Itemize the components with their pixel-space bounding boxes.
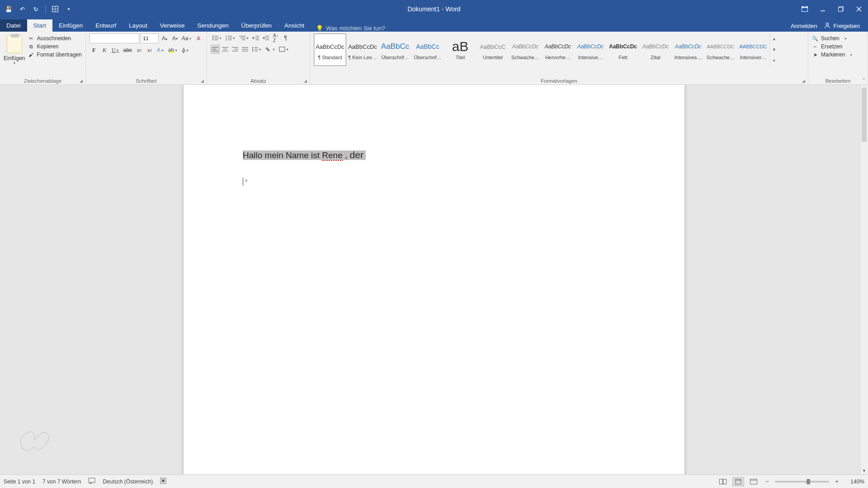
web-layout-icon[interactable] — [748, 477, 760, 486]
font-dialog-launcher-icon[interactable]: ◢ — [199, 78, 205, 84]
style-2[interactable]: AaBbCcÜberschrif… — [379, 33, 411, 66]
decrease-indent-button[interactable] — [251, 33, 260, 42]
show-marks-button[interactable]: ¶ — [281, 33, 290, 42]
style-11[interactable]: AaBbCcDcIntensives… — [672, 33, 704, 66]
tab-einfügen[interactable]: Einfügen — [52, 19, 89, 32]
style-10[interactable]: AaBbCcDcZitat — [639, 33, 672, 66]
strikethrough-button[interactable]: abc — [122, 46, 133, 55]
style-4[interactable]: aBTitel — [444, 33, 476, 66]
font-size-input[interactable] — [141, 33, 159, 43]
sort-button[interactable]: A↓Z — [271, 33, 280, 42]
line-spacing-button[interactable]: ▼ — [250, 45, 263, 54]
italic-button[interactable]: K — [100, 46, 109, 55]
increase-indent-button[interactable] — [261, 33, 270, 42]
tab-entwurf[interactable]: Entwurf — [89, 19, 123, 32]
shrink-font-button[interactable]: A▾ — [170, 34, 179, 43]
align-center-button[interactable] — [221, 45, 230, 54]
document-text[interactable]: Hallo mein Name ist Rene , der ≡ — [243, 148, 625, 187]
zoom-in-button[interactable]: + — [833, 478, 841, 486]
tab-verweise[interactable]: Verweise — [154, 19, 191, 32]
tab-ansicht[interactable]: Ansicht — [278, 19, 311, 32]
cut-button[interactable]: ✂Ausschneiden — [28, 35, 82, 42]
spelling-error[interactable]: Rene — [322, 150, 342, 161]
selected-text[interactable]: Hallo mein Name ist Rene , der — [243, 150, 366, 160]
scroll-down-icon[interactable]: ▼ — [860, 467, 868, 474]
style-0[interactable]: AaBbCcDc¶ Standard — [314, 33, 346, 66]
status-language[interactable]: Deutsch (Österreich) — [103, 479, 153, 485]
style-1[interactable]: AaBbCcDc¶ Kein Lee… — [346, 33, 379, 66]
zoom-level[interactable]: 140% — [844, 479, 864, 485]
find-button[interactable]: 🔍Suchen▼ — [812, 35, 864, 42]
numbering-button[interactable]: 123▼ — [224, 33, 237, 42]
subscript-button[interactable]: x2 — [135, 46, 144, 55]
tab-start[interactable]: Start — [27, 19, 53, 32]
style-13[interactable]: AABBCCDCIntensiver… — [737, 33, 769, 66]
sign-in-link[interactable]: Anmelden — [791, 23, 817, 29]
underline-button[interactable]: U▼ — [110, 46, 121, 55]
borders-button[interactable]: ▼ — [278, 45, 290, 54]
styles-dialog-launcher-icon[interactable]: ◢ — [801, 78, 806, 84]
change-case-button[interactable]: Aa▼ — [181, 34, 193, 43]
text-effects-button[interactable]: A▼ — [156, 46, 165, 55]
tell-me-search[interactable]: 💡 Was möchten Sie tun? — [311, 25, 390, 32]
vertical-scrollbar[interactable]: ▲ ▼ — [860, 85, 868, 474]
status-word-count[interactable]: 7 von 7 Wörtern — [42, 479, 81, 485]
clear-formatting-button[interactable]: A̷ — [194, 34, 203, 43]
spell-check-icon[interactable] — [88, 478, 95, 485]
style-9[interactable]: AaBbCcDcFett — [607, 33, 639, 66]
save-icon[interactable]: 💾 — [4, 4, 14, 14]
ribbon-display-options-icon[interactable] — [796, 0, 814, 18]
paste-button[interactable]: Einfügen ▼ — [4, 33, 25, 65]
shading-button[interactable]: ▼ — [264, 45, 277, 54]
styles-more-icon[interactable]: ▾ — [770, 55, 778, 66]
styles-row-up-icon[interactable]: ▲ — [770, 33, 778, 44]
replace-button[interactable]: ↔Ersetzen — [812, 43, 864, 50]
select-button[interactable]: ➤Markieren▼ — [812, 52, 864, 58]
scroll-thumb[interactable] — [862, 88, 867, 142]
tab-überprüfen[interactable]: Überprüfen — [235, 19, 278, 32]
zoom-slider-thumb[interactable] — [807, 479, 810, 484]
copy-button[interactable]: ⧉Kopieren — [28, 43, 82, 50]
justify-button[interactable] — [241, 45, 250, 54]
highlight-color-button[interactable]: ab▼ — [167, 46, 179, 55]
collapse-ribbon-icon[interactable]: ˄ — [863, 78, 865, 84]
bold-button[interactable]: F — [90, 46, 99, 55]
touch-mode-icon[interactable] — [50, 4, 60, 14]
paragraph-dialog-launcher-icon[interactable]: ◢ — [302, 78, 308, 84]
style-12[interactable]: AABBCCDCSchwache… — [704, 33, 737, 66]
styles-gallery-expand[interactable]: ▲▼▾ — [769, 33, 778, 66]
superscript-button[interactable]: x2 — [145, 46, 154, 55]
tab-layout[interactable]: Layout — [123, 19, 154, 32]
zoom-slider[interactable] — [775, 481, 829, 483]
style-6[interactable]: AaBbCcDcSchwache… — [509, 33, 542, 66]
macro-record-icon[interactable] — [160, 478, 166, 485]
align-left-button[interactable] — [211, 45, 220, 54]
tab-sendungen[interactable]: Sendungen — [191, 19, 235, 32]
tab-file[interactable]: Datei — [0, 19, 27, 32]
styles-row-down-icon[interactable]: ▼ — [770, 44, 778, 55]
style-8[interactable]: AaBbCcDcIntensive… — [574, 33, 607, 66]
close-icon[interactable] — [850, 0, 868, 18]
font-color-button[interactable]: A▼ — [180, 46, 190, 55]
print-layout-icon[interactable] — [732, 477, 744, 486]
style-3[interactable]: AaBbCcÜberschrif… — [411, 33, 444, 66]
grow-font-button[interactable]: A▴ — [160, 34, 169, 43]
style-7[interactable]: AaBbCcDcHervorhe… — [542, 33, 574, 66]
qat-customize-icon[interactable]: ▼ — [64, 4, 74, 14]
format-painter-button[interactable]: 🖌Format übertragen — [28, 52, 82, 58]
restore-icon[interactable] — [832, 0, 850, 18]
multilevel-list-button[interactable]: ▼ — [238, 33, 250, 42]
font-name-input[interactable] — [90, 33, 139, 43]
page[interactable]: Hallo mein Name ist Rene , der ≡ — [184, 85, 684, 474]
bullets-button[interactable]: ▼ — [211, 33, 223, 42]
status-page[interactable]: Seite 1 von 1 — [4, 479, 35, 485]
zoom-out-button[interactable]: − — [763, 478, 771, 486]
read-mode-icon[interactable] — [717, 477, 729, 486]
share-button[interactable]: Freigeben — [824, 22, 860, 30]
minimize-icon[interactable] — [814, 0, 832, 18]
redo-icon[interactable]: ↻ — [31, 4, 41, 14]
align-right-button[interactable] — [231, 45, 240, 54]
clipboard-dialog-launcher-icon[interactable]: ◢ — [78, 78, 84, 84]
undo-icon[interactable]: ↶ — [17, 4, 27, 14]
style-5[interactable]: AaBbCcCUntertitel — [476, 33, 509, 66]
